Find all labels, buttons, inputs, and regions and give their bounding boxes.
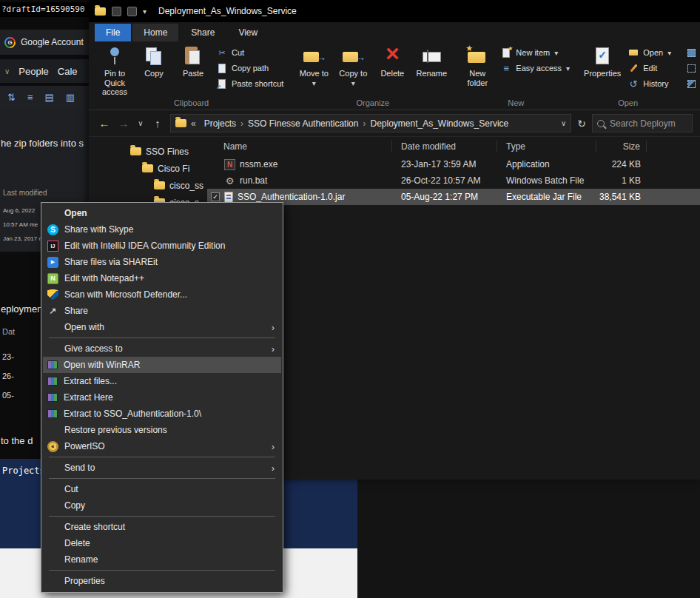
search-input[interactable] — [608, 118, 687, 130]
context-menu-item[interactable]: Share files via SHAREit › — [43, 254, 281, 270]
properties-button[interactable]: Properties — [582, 44, 623, 80]
refresh-button[interactable]: ↻ — [577, 118, 586, 130]
new-folder-button[interactable]: New folder — [459, 44, 496, 89]
paste-shortcut-button[interactable]: Paste shortcut — [217, 78, 283, 89]
submenu-arrow-icon: › — [269, 322, 277, 333]
qat-customize-caret-icon[interactable]: ▾ — [143, 7, 147, 16]
select-none-button[interactable]: Select none — [686, 63, 700, 73]
context-menu-item[interactable]: Properties › — [43, 573, 281, 589]
menu-separator — [49, 516, 275, 517]
context-menu-item[interactable]: Open › — [43, 205, 281, 221]
context-menu: Open › Share with Skype › Edit with Inte… — [41, 202, 283, 593]
address-dropdown-caret-icon[interactable]: ∨ — [558, 119, 566, 127]
history-button[interactable]: History — [628, 78, 671, 89]
up-button[interactable]: ↑ — [151, 117, 164, 130]
context-menu-item[interactable]: Edit with Notepad++ › — [43, 270, 281, 286]
exe-icon — [224, 159, 235, 170]
window-title: Deployment_As_Windows_Service — [158, 6, 297, 16]
copy-button[interactable]: Copy — [135, 44, 172, 80]
tab-people[interactable]: People — [18, 66, 48, 77]
ribbon-tab[interactable]: View — [227, 24, 269, 41]
list-icon[interactable]: ≡ — [27, 92, 33, 103]
pin-to-quick-access-button[interactable]: Pin to Quick access — [96, 44, 133, 98]
context-menu-item[interactable]: Extract Here › — [43, 389, 281, 406]
column-header-type[interactable]: Type — [497, 141, 596, 152]
context-menu-item[interactable]: Extract files... › — [43, 373, 281, 389]
winrar-icon — [47, 409, 58, 418]
breadcrumb-overflow-icon[interactable]: « — [189, 118, 198, 129]
app-folder-icon — [95, 7, 106, 16]
menu-separator — [49, 337, 275, 338]
context-menu-item[interactable]: Copy › — [43, 497, 281, 514]
file-row[interactable]: ✓ nssm.exe 23-Jan-17 3:59 AM Application… — [207, 156, 700, 172]
context-menu-item[interactable]: Open with › — [43, 319, 281, 335]
copy-to-button[interactable]: Copy to ▾ — [334, 44, 371, 89]
search-box[interactable] — [592, 114, 693, 132]
context-menu-item[interactable]: Rename › — [43, 551, 281, 568]
back-button[interactable]: ← — [98, 117, 111, 130]
easy-access-button[interactable]: Easy access ▾ — [501, 63, 570, 73]
copy-to-label: Copy to — [339, 69, 367, 78]
recent-locations-button[interactable]: ∨ — [136, 119, 145, 127]
edit-button[interactable]: Edit — [628, 63, 671, 73]
tree-item[interactable]: Cisco Fi — [89, 160, 207, 177]
grid-dense-icon[interactable]: ▥ — [66, 92, 75, 103]
paste-button[interactable]: Paste — [175, 44, 212, 80]
context-menu-item[interactable]: Cut › — [43, 481, 281, 497]
quick-access-toolbar-icon[interactable] — [127, 7, 137, 16]
google-account-row[interactable]: Google Account — [0, 30, 89, 55]
move-to-label: Move to — [300, 69, 329, 78]
context-menu-item[interactable]: PowerISO › — [43, 438, 281, 454]
defender-icon — [47, 289, 58, 300]
open-button[interactable]: Open ▾ — [628, 47, 671, 58]
menu-item-label: Extract to SSO_Authentication-1.0\ — [64, 409, 263, 419]
menu-item-label: Give access to — [64, 343, 263, 354]
file-row[interactable]: ✓ run.bat 26-Oct-22 10:57 AM Windows Bat… — [207, 172, 700, 189]
ribbon-tab[interactable]: Share — [180, 24, 226, 41]
rename-button[interactable]: Rename — [413, 44, 450, 80]
quick-access-toolbar-icon[interactable] — [112, 7, 121, 16]
column-header-date-modified[interactable]: Date modified — [392, 141, 497, 152]
breadcrumb-item[interactable]: Projects — [201, 118, 240, 129]
column-header-name[interactable]: Name — [207, 141, 392, 152]
context-menu-item[interactable]: Restore previous versions › — [43, 422, 281, 438]
invert-selection-button[interactable]: Invert selection — [686, 78, 700, 89]
select-all-button[interactable]: Select all — [686, 47, 700, 58]
cut-button[interactable]: Cut — [217, 47, 283, 58]
tree-item[interactable]: cisco_ss — [89, 177, 207, 194]
context-menu-item[interactable]: Share with Skype › — [43, 221, 281, 238]
context-menu-item[interactable]: Send to › — [43, 460, 281, 476]
pin-icon — [104, 45, 126, 67]
context-menu-item[interactable]: Open with WinRAR › — [43, 357, 281, 373]
context-menu-item[interactable]: Edit with IntelliJ IDEA Community Editio… — [43, 238, 281, 254]
menu-item-label: Cut — [64, 484, 263, 494]
context-menu-item[interactable]: Give access to › — [43, 340, 281, 357]
new-item-button[interactable]: New item ▾ — [501, 47, 570, 58]
delete-button[interactable]: Delete — [374, 44, 411, 80]
move-to-button[interactable]: Move to ▾ — [295, 44, 332, 89]
context-menu-item[interactable]: Scan with Microsoft Defender... › — [43, 286, 281, 303]
copy-path-button[interactable]: Copy path — [217, 63, 283, 73]
context-menu-item[interactable]: Create shortcut › — [43, 519, 281, 535]
context-menu-item[interactable]: Share › — [43, 303, 281, 319]
ribbon-tab[interactable]: Home — [132, 24, 178, 41]
column-header-size[interactable]: Size — [596, 141, 647, 152]
grid-icon[interactable]: ▤ — [45, 92, 54, 103]
row-checkbox[interactable]: ✓ — [211, 192, 220, 201]
context-menu-item[interactable]: Extract to SSO_Authentication-1.0\ › — [43, 406, 281, 422]
address-bar[interactable]: « Projects›SSO Finesse Authentication›De… — [170, 114, 571, 132]
rename-label: Rename — [417, 69, 448, 78]
tree-item[interactable]: SSO Fines — [89, 143, 207, 160]
breadcrumb-item[interactable]: Deployment_As_Windows_Service — [366, 118, 512, 129]
cut-label: Cut — [232, 48, 244, 57]
tab-calendar[interactable]: Cale — [58, 66, 78, 77]
ribbon-tab[interactable]: File — [95, 24, 131, 41]
context-menu-item[interactable]: Delete › — [43, 535, 281, 551]
menu-item-label: Share — [64, 306, 263, 316]
chevron-down-icon[interactable]: ∨ — [4, 67, 10, 75]
folder-icon — [154, 181, 165, 189]
forward-button[interactable]: → — [117, 117, 130, 130]
sort-icon[interactable]: ⇅ — [7, 92, 16, 103]
breadcrumb-item[interactable]: SSO Finesse Authentication — [244, 118, 362, 129]
dropdown-caret-icon: ▾ — [312, 79, 316, 87]
